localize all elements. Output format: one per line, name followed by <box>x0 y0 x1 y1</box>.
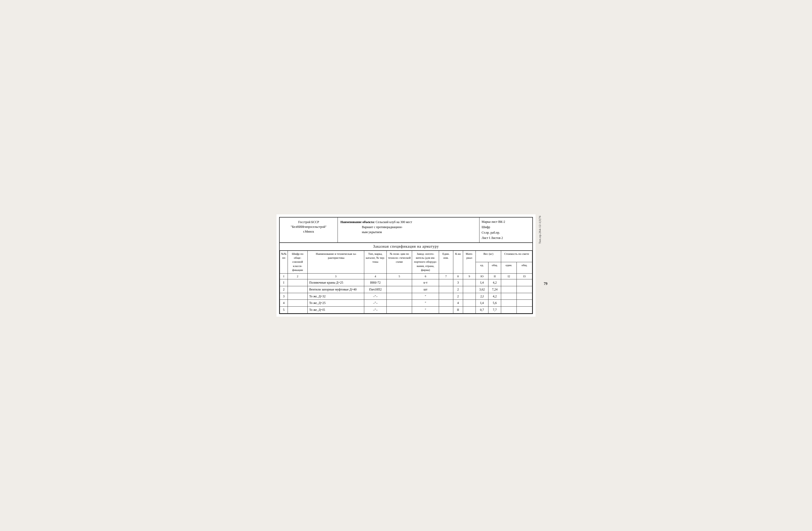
col-header-weight-unit: ед. <box>476 262 489 273</box>
col-header-cost-total: общ. <box>517 262 532 273</box>
col-header-pos: № пози- ции по техноло- гической схеме <box>387 250 412 273</box>
org-line2: "БелНИИгипросельстрой" <box>291 225 327 229</box>
table-header-row1: №№ пп Шифр по обще- союзной класси- фика… <box>280 250 532 262</box>
object-value1: Сельский клуб на 300 мест <box>376 220 412 224</box>
col-header-cipher: Шифр по обще- союзной класси- фикации <box>288 250 307 273</box>
col-header-weight: Вес (кг) <box>476 250 501 262</box>
col-header-qty: К-во <box>453 250 463 273</box>
col-header-mat: Мате- риал <box>463 250 476 273</box>
side-label: Тип.пр.264-12-1|3|76 <box>536 214 544 317</box>
object-label: Наименование объекта: <box>340 220 375 224</box>
table-row: IПоливочные краны Д=25I8I6I-72к-т3I,44,2 <box>280 279 532 286</box>
table-row: 5То же, Д=I5–″–″II0,77,7 <box>280 306 532 314</box>
specification-table: №№ пп Шифр по обще- союзной класси- фика… <box>280 250 532 314</box>
header-org: Госстрой БССР "БелНИИгипросельстрой" г.М… <box>280 217 338 242</box>
object-value2: Вариант с противорадиацион- <box>362 225 403 229</box>
col-header-num: №№ пп <box>280 250 288 273</box>
document-border: Госстрой БССР "БелНИИгипросельстрой" г.М… <box>279 217 533 314</box>
document-title: Заказная спецификация на арматуру <box>280 243 532 250</box>
document-header: Госстрой БССР "БелНИИгипросельстрой" г.М… <box>280 217 532 243</box>
mark-line3: Ст.пр. раб.пр. <box>482 230 530 235</box>
col-header-name: Наименование и техническая ха- рактерист… <box>307 250 364 273</box>
table-row: 2Вентили запорные муфтовые Д=40I5кч18П2ш… <box>280 286 532 293</box>
header-mark: Марка-лист ВК-2 Шифр Ст.пр. раб.пр. Лист… <box>479 217 532 242</box>
org-line3: г.Минск <box>303 230 314 233</box>
col-header-weight-total: общ. <box>489 262 501 273</box>
org-line1: Госстрой БССР <box>298 220 319 224</box>
page-number: 79 <box>544 282 547 286</box>
mark-line4: Лист I Листов 2 <box>482 235 530 241</box>
table-col-numbers: I 2 3 4 5 6 7 8 9 IO II I2 I3 <box>280 273 532 279</box>
col-header-type: Тип, марка, каталог, № чер- тежа <box>364 250 387 273</box>
col-header-cost-unit: един. <box>501 262 517 273</box>
table-row: 4То же, Д=25–″–″4I,45,6 <box>280 300 532 306</box>
object-value3: ным укрытием <box>362 230 382 234</box>
col-header-manuf: Завод- изгото- витель (для им- портного … <box>412 250 439 273</box>
header-object: Наименование объекта: Сельский клуб на 3… <box>338 217 479 242</box>
table-row: 3То же, Д=32–″–″22,I4,2 <box>280 293 532 300</box>
col-header-unit: Един. изм. <box>439 250 453 273</box>
col-header-cost: Стоимость по смете <box>501 250 532 262</box>
mark-line2: Шифр <box>482 225 530 230</box>
mark-line1: Марка-лист ВК-2 <box>482 219 530 225</box>
